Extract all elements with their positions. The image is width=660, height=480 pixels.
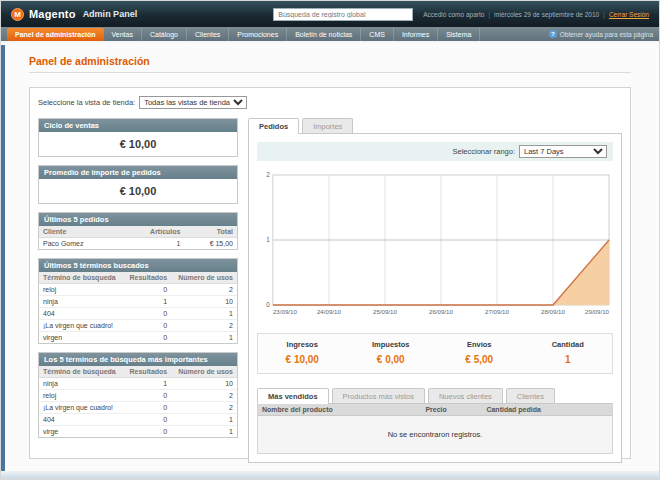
nav-item-informes[interactable]: Informes	[394, 28, 438, 41]
total-label: Ingresos	[258, 340, 347, 349]
column-header: Artículos	[120, 226, 184, 238]
table-row[interactable]: reloj02	[39, 390, 237, 402]
logout-link[interactable]: Cerrar Sesión	[609, 11, 649, 18]
table-row[interactable]: ninja110	[39, 378, 237, 390]
total-ingresos: Ingresos€ 10,00	[258, 340, 347, 367]
lifetime-sales-title: Ciclo de ventas	[39, 119, 237, 132]
store-view-switcher: Seleccione la vista de tienda: Todas las…	[38, 96, 622, 109]
table-row[interactable]: virgen01	[39, 332, 237, 344]
svg-text:29/09/10: 29/09/10	[585, 308, 610, 315]
column-header: Término de búsqueda	[39, 366, 123, 378]
separator: |	[488, 11, 490, 18]
nav-item-panel-de-administraci-n[interactable]: Panel de administración	[7, 28, 104, 41]
range-select[interactable]: Last 7 Days	[519, 145, 607, 158]
magento-logo-icon: M	[11, 8, 24, 21]
lifetime-sales-value: € 10,00	[39, 132, 237, 156]
tab-clientes[interactable]: Clientes	[506, 388, 555, 403]
total-label: Impuestos	[347, 340, 436, 349]
store-view-select[interactable]: Todas las vistas de tienda	[139, 96, 247, 109]
table-row[interactable]: virge01	[39, 426, 237, 438]
total-label: Envíos	[435, 340, 524, 349]
diagram-tabs: PedidosImportes	[248, 118, 622, 134]
svg-text:27/09/10: 27/09/10	[485, 308, 510, 315]
global-search-input[interactable]	[273, 8, 413, 21]
magento-admin-window: M Magento Admin Panel Accedió como apart…	[0, 0, 660, 480]
lifetime-sales-box: Ciclo de ventas € 10,00	[38, 118, 238, 157]
column-header: Resultados	[123, 272, 171, 284]
tab-m-s-vendidos[interactable]: Más vendidos	[257, 388, 329, 404]
dashboard-container: Seleccione la vista de tienda: Todas las…	[29, 87, 631, 459]
separator: |	[603, 11, 605, 18]
svg-text:28/09/10: 28/09/10	[541, 308, 566, 315]
nav-item-cat-logo[interactable]: Catálogo	[142, 28, 187, 41]
table-row[interactable]: ninja110	[39, 296, 237, 308]
range-selector-bar: Seleccionar rango: Last 7 Days	[257, 142, 613, 161]
average-orders-box: Promedio de importe de pedidos € 10,00	[38, 165, 238, 204]
table-row[interactable]: reloj02	[39, 284, 237, 296]
help-link[interactable]: ? Obtener ayuda para esta página	[549, 30, 653, 38]
range-label: Seleccionar rango:	[452, 147, 515, 156]
grid-tabs: Más vendidosProductos más vistosNuevos c…	[257, 388, 613, 404]
table-row[interactable]: 40401	[39, 414, 237, 426]
column-header: Número de usos	[171, 366, 237, 378]
nav-item-bolet-n-de-noticias[interactable]: Boletín de noticias	[287, 28, 361, 41]
svg-text:25/09/10: 25/09/10	[373, 308, 398, 315]
svg-text:26/09/10: 26/09/10	[429, 308, 454, 315]
nav-item-sistema[interactable]: Sistema	[438, 28, 480, 41]
column-header: Término de búsqueda	[39, 272, 123, 284]
bestsellers-grid: Nombre del productoPrecioCantidad pedida…	[257, 404, 613, 454]
no-records-message: No se encontraron registros.	[258, 416, 612, 454]
orders-area-chart: 01223/09/1024/09/1025/09/1026/09/1027/09…	[257, 169, 613, 319]
magento-logo: M Magento Admin Panel	[11, 8, 137, 21]
last-search-terms-table: Término de búsquedaResultadosNúmero de u…	[39, 272, 237, 343]
nav-item-cms[interactable]: CMS	[361, 28, 394, 41]
svg-text:23/09/10: 23/09/10	[273, 308, 298, 315]
total-value: € 5,00	[465, 354, 493, 365]
tab-importes[interactable]: Importes	[302, 118, 353, 133]
nav-item-promociones[interactable]: Promociones	[229, 28, 287, 41]
diagram-panel: Seleccionar rango: Last 7 Days 01223/09/…	[248, 134, 622, 463]
total-envíos: Envíos€ 5,00	[435, 340, 524, 367]
total-label: Cantidad	[524, 340, 613, 349]
last-search-terms-box: Últimos 5 términos buscados Término de b…	[38, 258, 238, 344]
empty-row: No se encontraron registros.	[258, 416, 612, 454]
column-header: Nombre del producto	[258, 404, 421, 416]
last-search-terms-title: Últimos 5 términos buscados	[39, 259, 237, 272]
column-header: Número de usos	[171, 272, 237, 284]
total-value: € 0,00	[377, 354, 405, 365]
tab-nuevos-clientes[interactable]: Nuevos clientes	[428, 388, 503, 403]
top-search-terms-title: Los 5 términos de búsqueda más important…	[39, 353, 237, 366]
top-search-terms-box: Los 5 términos de búsqueda más important…	[38, 352, 238, 438]
table-row[interactable]: ¡La virgen que cuadro!02	[39, 320, 237, 332]
store-view-label: Seleccione la vista de tienda:	[38, 98, 135, 107]
dashboard-right-column: PedidosImportes Seleccionar rango: Last …	[248, 118, 622, 463]
total-impuestos: Impuestos€ 0,00	[347, 340, 436, 367]
table-row[interactable]: ¡La virgen que cuadro!02	[39, 402, 237, 414]
brand-suffix: Admin Panel	[83, 9, 138, 19]
table-row[interactable]: 40401	[39, 308, 237, 320]
svg-text:24/09/10: 24/09/10	[317, 308, 342, 315]
bestsellers-table: Nombre del productoPrecioCantidad pedida…	[258, 404, 612, 453]
current-date: miércoles 29 de septiembre de 2010	[494, 11, 599, 18]
column-header: Total	[184, 226, 237, 238]
nav-item-ventas[interactable]: Ventas	[104, 28, 142, 41]
left-edge-strip	[1, 45, 5, 473]
session-info: Accedió como aparto | miércoles 29 de se…	[423, 11, 649, 18]
svg-text:1: 1	[266, 236, 270, 243]
column-header: Resultados	[123, 366, 171, 378]
orders-chart: 01223/09/1024/09/1025/09/1026/09/1027/09…	[257, 169, 613, 323]
tab-productos-m-s-vistos[interactable]: Productos más vistos	[332, 388, 425, 403]
page-title: Panel de administración	[29, 55, 631, 73]
last-orders-box: Últimos 5 pedidos ClienteArtículosTotalP…	[38, 212, 238, 250]
table-row[interactable]: Paco Gomez1€ 15,00	[39, 238, 237, 250]
last-orders-title: Últimos 5 pedidos	[39, 213, 237, 226]
last-orders-table: ClienteArtículosTotalPaco Gomez1€ 15,00	[39, 226, 237, 249]
column-header: Cantidad pedida	[482, 404, 612, 416]
help-icon: ?	[549, 30, 557, 38]
nav-menu: Panel de administraciónVentasCatálogoCli…	[7, 27, 480, 41]
main-navigation: Panel de administraciónVentasCatálogoCli…	[1, 27, 659, 43]
tab-pedidos[interactable]: Pedidos	[248, 118, 299, 134]
help-label: Obtener ayuda para esta página	[560, 31, 653, 38]
header-bar: M Magento Admin Panel Accedió como apart…	[1, 1, 659, 27]
nav-item-clientes[interactable]: Clientes	[187, 28, 229, 41]
